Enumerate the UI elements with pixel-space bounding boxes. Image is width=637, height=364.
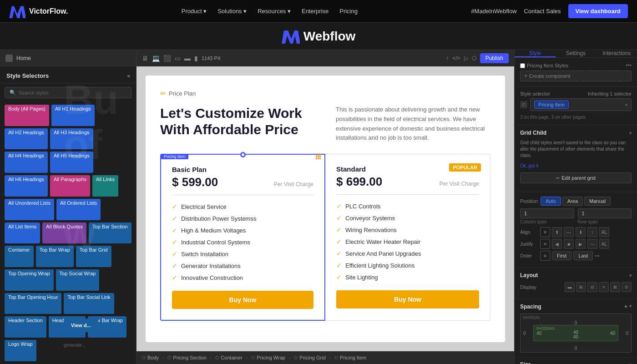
code-icon[interactable]: </> — [452, 55, 460, 61]
bc-pricing-section[interactable]: ⬡ Pricing Section — [167, 355, 206, 360]
nav-madein[interactable]: #MadeInWebflow — [471, 8, 516, 15]
row-span-field[interactable] — [578, 208, 632, 218]
tag-blockquote[interactable]: All Block Quotes — [42, 222, 86, 244]
view-dashboard-button[interactable]: View dashboard — [568, 4, 628, 18]
order-more-icon[interactable]: ••• — [595, 253, 600, 258]
display-none-icon[interactable]: ⊘ — [622, 282, 632, 292]
display-inline-icon[interactable]: ≡ — [599, 282, 609, 292]
tag-container[interactable]: Container — [5, 246, 34, 267]
tag-body[interactable]: Body (All Pages) — [5, 105, 49, 126]
position-area[interactable]: Area — [562, 197, 583, 206]
laptop-icon[interactable]: 💻 — [152, 55, 160, 62]
tag-topbar-opening-hour[interactable]: Top Bar Opening Hour — [5, 293, 61, 314]
publish-button[interactable]: Publish — [480, 53, 509, 63]
component-checkbox[interactable] — [520, 63, 525, 68]
mobile-land-icon[interactable]: ▬ — [184, 55, 191, 62]
align-bottom-button[interactable]: ⬇ — [576, 227, 586, 237]
order-x-button[interactable]: ✕ — [540, 251, 550, 261]
upload-icon[interactable]: ↑ — [446, 55, 449, 61]
desktop-icon[interactable]: 🖥 — [142, 55, 148, 62]
justify-al-button[interactable]: AL — [599, 239, 609, 249]
preview-icon[interactable]: ▷ — [464, 55, 468, 61]
bc-container[interactable]: ⬡ Container — [215, 355, 243, 360]
tab-style[interactable]: Style — [515, 50, 556, 57]
nav-resources[interactable]: Resources ▾ — [258, 8, 291, 15]
basic-buy-button[interactable]: Buy Now — [172, 291, 313, 309]
tag-h3[interactable]: All H3 Headings — [50, 128, 93, 150]
spacing-add-icon[interactable]: + — [624, 303, 627, 310]
tag-ol[interactable]: All Ordered Lists — [56, 199, 101, 220]
align-top-button[interactable]: ⬆ — [552, 227, 562, 237]
margin-left-value[interactable]: 0 — [523, 331, 526, 336]
align-stretch-button[interactable]: ↕ — [587, 227, 597, 237]
padding-left-value[interactable]: 40 — [536, 331, 541, 336]
position-auto[interactable]: Auto — [541, 197, 561, 206]
justify-x-button[interactable]: ✕ — [540, 239, 550, 249]
margin-right-value[interactable]: 0 — [626, 331, 628, 336]
edit-parent-grid-button[interactable]: ✏ Edit parent grid — [520, 172, 632, 183]
position-manual[interactable]: Manual — [584, 197, 611, 206]
tag-topbar-section[interactable]: Top Bar Section — [89, 222, 131, 244]
tag-h6[interactable]: All H6 Headings — [5, 175, 48, 197]
padding-bottom-value[interactable]: 40 — [573, 334, 578, 339]
selector-dropdown[interactable]: Pricing Item ▾ — [530, 98, 632, 111]
view-d-button[interactable]: View d... — [64, 318, 98, 332]
align-center-button[interactable]: — — [564, 227, 574, 237]
display-flex-icon[interactable]: ⊞ — [576, 282, 586, 292]
size-chevron-icon[interactable]: ▾ — [629, 362, 632, 364]
tag-h4[interactable]: All H4 Headings — [5, 152, 48, 173]
display-inline-flex-icon[interactable]: ⊠ — [610, 282, 620, 292]
order-last-button[interactable]: Last — [573, 251, 593, 260]
column-span-field[interactable] — [520, 208, 574, 218]
nav-enterprise[interactable]: Enterprise — [302, 8, 329, 15]
align-baseline-button[interactable]: AL — [599, 227, 609, 237]
style-search-box[interactable]: 🔍 Search styles — [5, 87, 131, 98]
justify-stretch-button[interactable]: ↔ — [587, 239, 597, 249]
bc-pricing-wrap[interactable]: ⬡ Pricing Wrap — [251, 355, 285, 360]
sidebar-collapse-icon[interactable]: ◂ — [126, 72, 130, 79]
tablet-land-icon[interactable]: ⬛ — [163, 55, 171, 62]
tag-h5[interactable]: All H5 Headings — [50, 152, 93, 173]
layout-chevron-icon[interactable]: ▾ — [629, 273, 632, 278]
padding-right-value[interactable]: 40 — [610, 331, 615, 336]
drag-handle[interactable] — [240, 152, 246, 157]
share-icon[interactable]: ⬡ — [472, 55, 476, 61]
justify-end-button[interactable]: ▶ — [576, 239, 586, 249]
tag-h1[interactable]: All H1 Headings — [51, 105, 95, 126]
tag-li[interactable]: All List Items — [5, 222, 40, 244]
tag-header-section[interactable]: Header Section — [5, 316, 46, 338]
tab-settings[interactable]: Settings — [556, 50, 597, 57]
tag-paragraphs[interactable]: All Paragraphs — [50, 175, 90, 197]
ok-link[interactable]: Ok, got it — [520, 163, 538, 168]
tab-interactions[interactable]: Interactions — [596, 50, 637, 57]
basic-plan-item[interactable]: Pricing Item — [160, 154, 325, 321]
nav-pricing[interactable]: Pricing — [339, 8, 358, 15]
tag-links[interactable]: All Links — [92, 175, 118, 197]
order-first-button[interactable]: First — [552, 251, 571, 260]
create-component-button[interactable]: + Create component — [520, 71, 632, 81]
tag-top-opening-wrap[interactable]: Top Opening Wrap — [5, 269, 54, 291]
tag-topbar-grid[interactable]: Top Bar Grid — [76, 246, 111, 267]
tag-topbar-wrap[interactable]: Top Bar Wrap — [36, 246, 74, 267]
tablet-port-icon[interactable]: ▭ — [175, 55, 181, 62]
spacing-chevron-icon[interactable]: ▾ — [629, 303, 632, 310]
tag-ul[interactable]: All Unordered Lists — [5, 199, 54, 220]
nav-product[interactable]: Product ▾ — [182, 8, 207, 15]
bc-body[interactable]: ⬡ Body — [142, 355, 159, 360]
tag-logo-wrap[interactable]: Logo Wrap — [5, 340, 36, 361]
nav-solutions[interactable]: Solutions ▾ — [217, 8, 247, 15]
margin-bottom-value[interactable]: 0 — [575, 346, 577, 351]
bc-pricing-item[interactable]: ⬡ Pricing Item — [334, 355, 366, 360]
display-block-icon[interactable]: ▬ — [565, 282, 575, 292]
standard-plan-item[interactable]: POPULAR Standard $ 699.00 Per Visit Char… — [325, 154, 490, 321]
grid-child-chevron-icon[interactable]: ▾ — [629, 131, 632, 136]
mobile-port-icon[interactable]: ▮ — [194, 55, 198, 62]
component-more-icon[interactable]: ••• — [626, 62, 632, 69]
bc-pricing-grid[interactable]: ⬡ Pricing Grid — [294, 355, 325, 360]
tag-top-social-wrap[interactable]: Top Social Wrap — [56, 269, 100, 291]
align-x-button[interactable]: ✕ — [540, 227, 550, 237]
display-grid-icon[interactable]: ⊟ — [587, 282, 597, 292]
nav-contact[interactable]: Contact Sales — [524, 8, 561, 15]
standard-buy-button[interactable]: Buy Now — [336, 290, 479, 308]
justify-center-button[interactable]: ■ — [564, 239, 574, 249]
